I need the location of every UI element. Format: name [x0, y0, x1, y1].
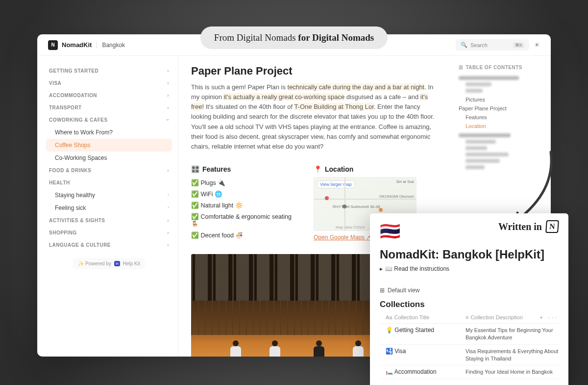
sidebar-category[interactable]: GETTING STARTED›	[46, 65, 172, 77]
powered-by[interactable]: ✨ Powered by H Help Kit	[73, 258, 145, 269]
feature-item: Decent food 🍜	[191, 230, 299, 241]
sidebar-item[interactable]: Staying healthy›	[46, 189, 172, 202]
view-larger-map-button[interactable]: View larger map	[317, 180, 355, 188]
logo-icon: N	[48, 40, 58, 50]
sidebar-item[interactable]: Feeling sick›	[46, 202, 172, 214]
list-icon: ☰	[459, 65, 464, 70]
table-header-row: AaCollection Title ≡Collection Descripti…	[380, 311, 559, 324]
sidebar-category[interactable]: HEALTH	[46, 177, 172, 189]
collections-heading: Collections	[380, 300, 559, 309]
table-actions[interactable]: + ···	[539, 314, 559, 320]
page-title: Paper Plane Project	[191, 65, 440, 77]
sidebar-category[interactable]: COWORKING & CAFES›	[46, 114, 172, 126]
search-icon: 🔍	[461, 42, 467, 48]
sidebar-category[interactable]: FOOD & DRINKS›	[46, 164, 172, 177]
sidebar-item[interactable]: Co-Working Spaces	[46, 152, 172, 164]
table-row[interactable]: 🛂 VisaVisa Requirements & Everything Abo…	[380, 345, 559, 366]
feature-item: Plugs 🔌	[191, 177, 299, 188]
notion-popup: Written in N 🇹🇭 NomadKit: Bangkok [HelpK…	[370, 213, 568, 385]
notion-logo-icon: N	[545, 220, 559, 233]
toc-item[interactable]: Features	[459, 113, 545, 122]
divider	[97, 42, 97, 49]
table-row[interactable]: 💡 Getting StartedMy Essential Tips for B…	[380, 324, 559, 345]
search-shortcut: ⌘K	[513, 42, 524, 48]
database-view-tab[interactable]: ⊞ Default view	[380, 287, 559, 294]
feature-item: Comfortable & ergonomic seating 🪑	[191, 211, 299, 230]
toc-item[interactable]: Paper Plane Project	[459, 104, 545, 113]
helpkit-icon: H	[114, 261, 120, 266]
search-input[interactable]: 🔍 Search ⌘K	[456, 39, 529, 51]
sidebar-category[interactable]: ACTIVITIES & SIGHTS›	[46, 214, 172, 227]
instructions-toggle[interactable]: ▸ 📖 Read the instructions	[380, 265, 559, 272]
sidebar-category[interactable]: VISA›	[46, 77, 172, 89]
pin-icon: 📍	[314, 165, 322, 173]
table-icon: ⊞	[380, 287, 385, 294]
feature-item: WiFi 🌐	[191, 188, 299, 200]
breadcrumb[interactable]: Bangkok	[102, 42, 125, 49]
grid-icon: 🎛️	[191, 165, 199, 173]
open-google-maps-link[interactable]: Open Google Maps ↗	[314, 234, 371, 241]
written-in-label: Written in N	[498, 220, 559, 233]
sidebar: GETTING STARTED›VISA›ACCOMMODATION›TRANS…	[37, 56, 178, 357]
sidebar-category[interactable]: ACCOMMODATION›	[46, 89, 172, 102]
feature-item: Natural light 🔆	[191, 200, 299, 211]
notion-page-title: NomadKit: Bangkok [HelpKit]	[380, 248, 559, 261]
triangle-icon: ▸	[380, 265, 383, 272]
theme-toggle-icon[interactable]: ☀︎	[534, 41, 540, 49]
sidebar-category[interactable]: TRANSPORT›	[46, 102, 172, 114]
brand-name[interactable]: NomadKit	[62, 41, 92, 49]
toc-item[interactable]: Pictures	[459, 95, 545, 104]
sidebar-category[interactable]: SHOPPING›	[46, 227, 172, 239]
column-title[interactable]: AaCollection Title	[380, 314, 466, 320]
tagline-pill: From Digital Nomads for Digital Nomads	[200, 26, 388, 49]
sidebar-category[interactable]: LANGUAGE & CULTURE›	[46, 239, 172, 251]
features-section: 🎛️Features Plugs 🔌WiFi 🌐Natural light 🔆C…	[191, 165, 299, 241]
sidebar-item[interactable]: Coffee Shops	[46, 139, 172, 152]
article-body: This is such a gem! Paper Plan is techni…	[191, 82, 440, 152]
sidebar-item[interactable]: Where to Work From?	[46, 126, 172, 139]
column-description[interactable]: ≡Collection Description	[466, 314, 539, 320]
toc-item[interactable]: Location	[459, 122, 545, 130]
table-row[interactable]: 🛏️ AccommodationFinding Your Ideal Home …	[380, 365, 559, 379]
